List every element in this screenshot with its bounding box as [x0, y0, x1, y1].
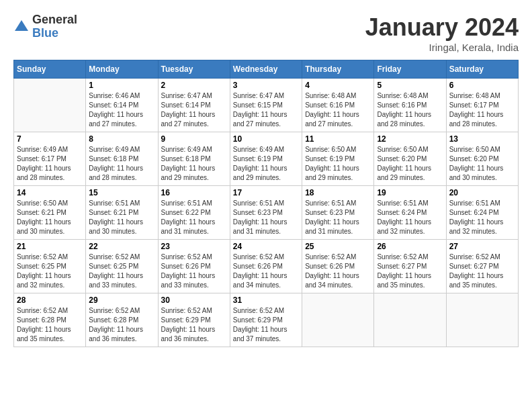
day-info: Sunrise: 6:51 AMSunset: 6:21 PMDaylight:…: [89, 199, 154, 236]
day-info: Sunrise: 6:47 AMSunset: 6:14 PMDaylight:…: [161, 91, 227, 129]
calendar-cell: 12Sunrise: 6:50 AMSunset: 6:20 PMDayligh…: [374, 132, 446, 186]
calendar-week-row: 21Sunrise: 6:52 AMSunset: 6:25 PMDayligh…: [14, 240, 519, 293]
day-info: Sunrise: 6:48 AMSunset: 6:16 PMDaylight:…: [305, 91, 371, 129]
calendar-cell: 3Sunrise: 6:47 AMSunset: 6:15 PMDaylight…: [230, 79, 302, 132]
calendar-cell: 15Sunrise: 6:51 AMSunset: 6:21 PMDayligh…: [86, 186, 158, 240]
calendar-cell: [374, 293, 446, 347]
day-number: 13: [449, 134, 515, 144]
calendar-cell: 27Sunrise: 6:52 AMSunset: 6:27 PMDayligh…: [446, 240, 518, 293]
day-number: 16: [161, 188, 227, 197]
day-info: Sunrise: 6:52 AMSunset: 6:25 PMDaylight:…: [17, 253, 83, 290]
day-info: Sunrise: 6:52 AMSunset: 6:29 PMDaylight:…: [233, 306, 299, 344]
calendar-cell: 8Sunrise: 6:49 AMSunset: 6:18 PMDaylight…: [86, 132, 158, 186]
day-number: 29: [89, 295, 154, 305]
day-number: 5: [377, 81, 443, 90]
logo-icon: [13, 19, 30, 35]
day-number: 6: [449, 81, 515, 90]
day-info: Sunrise: 6:46 AMSunset: 6:14 PMDaylight:…: [89, 91, 154, 129]
calendar-cell: 24Sunrise: 6:52 AMSunset: 6:26 PMDayligh…: [230, 240, 302, 293]
day-info: Sunrise: 6:50 AMSunset: 6:19 PMDaylight:…: [305, 145, 371, 183]
calendar-cell: 26Sunrise: 6:52 AMSunset: 6:27 PMDayligh…: [374, 240, 446, 293]
calendar-cell: 30Sunrise: 6:52 AMSunset: 6:29 PMDayligh…: [158, 293, 230, 347]
calendar-cell: [446, 293, 518, 347]
day-number: 12: [377, 134, 443, 144]
calendar-cell: 17Sunrise: 6:51 AMSunset: 6:23 PMDayligh…: [230, 186, 302, 240]
day-info: Sunrise: 6:49 AMSunset: 6:19 PMDaylight:…: [233, 145, 299, 183]
calendar-week-row: 1Sunrise: 6:46 AMSunset: 6:14 PMDaylight…: [14, 79, 519, 132]
calendar-cell: 31Sunrise: 6:52 AMSunset: 6:29 PMDayligh…: [230, 293, 302, 347]
day-number: 31: [233, 295, 299, 305]
location-subtitle: Iringal, Kerala, India: [365, 42, 519, 53]
day-number: 15: [89, 188, 154, 197]
day-info: Sunrise: 6:52 AMSunset: 6:25 PMDaylight:…: [89, 253, 154, 290]
calendar-cell: 13Sunrise: 6:50 AMSunset: 6:20 PMDayligh…: [446, 132, 518, 186]
calendar-cell: 4Sunrise: 6:48 AMSunset: 6:16 PMDaylight…: [302, 79, 374, 132]
calendar-cell: 19Sunrise: 6:51 AMSunset: 6:24 PMDayligh…: [374, 186, 446, 240]
day-number: 3: [233, 81, 299, 90]
calendar-cell: 23Sunrise: 6:52 AMSunset: 6:26 PMDayligh…: [158, 240, 230, 293]
day-number: 9: [161, 134, 227, 144]
weekday-header: Monday: [86, 60, 158, 79]
day-number: 10: [233, 134, 299, 144]
day-info: Sunrise: 6:48 AMSunset: 6:17 PMDaylight:…: [449, 91, 515, 129]
day-number: 21: [17, 242, 83, 251]
calendar-table: SundayMondayTuesdayWednesdayThursdayFrid…: [13, 60, 519, 347]
logo: General Blue: [13, 13, 77, 40]
day-info: Sunrise: 6:47 AMSunset: 6:15 PMDaylight:…: [233, 91, 299, 129]
calendar-cell: 22Sunrise: 6:52 AMSunset: 6:25 PMDayligh…: [86, 240, 158, 293]
calendar-cell: 18Sunrise: 6:51 AMSunset: 6:23 PMDayligh…: [302, 186, 374, 240]
day-number: 26: [377, 242, 443, 251]
day-number: 7: [17, 134, 83, 144]
weekday-header: Thursday: [302, 60, 374, 79]
logo-blue: Blue: [32, 27, 77, 40]
calendar-cell: 20Sunrise: 6:51 AMSunset: 6:24 PMDayligh…: [446, 186, 518, 240]
weekday-header: Saturday: [446, 60, 518, 79]
calendar-cell: 7Sunrise: 6:49 AMSunset: 6:17 PMDaylight…: [14, 132, 86, 186]
day-number: 25: [305, 242, 371, 251]
header-row: SundayMondayTuesdayWednesdayThursdayFrid…: [14, 60, 519, 79]
title-block: January 2024 Iringal, Kerala, India: [365, 13, 519, 53]
calendar-cell: 28Sunrise: 6:52 AMSunset: 6:28 PMDayligh…: [14, 293, 86, 347]
day-number: 4: [305, 81, 371, 90]
day-number: 14: [17, 188, 83, 197]
calendar-cell: 5Sunrise: 6:48 AMSunset: 6:16 PMDaylight…: [374, 79, 446, 132]
day-info: Sunrise: 6:51 AMSunset: 6:23 PMDaylight:…: [305, 199, 371, 236]
day-info: Sunrise: 6:51 AMSunset: 6:24 PMDaylight:…: [377, 199, 443, 236]
day-number: 8: [89, 134, 154, 144]
calendar-week-row: 7Sunrise: 6:49 AMSunset: 6:17 PMDaylight…: [14, 132, 519, 186]
day-info: Sunrise: 6:52 AMSunset: 6:28 PMDaylight:…: [89, 306, 154, 344]
day-info: Sunrise: 6:52 AMSunset: 6:28 PMDaylight:…: [17, 306, 83, 344]
day-info: Sunrise: 6:52 AMSunset: 6:29 PMDaylight:…: [161, 306, 227, 344]
calendar-week-row: 28Sunrise: 6:52 AMSunset: 6:28 PMDayligh…: [14, 293, 519, 347]
day-info: Sunrise: 6:51 AMSunset: 6:24 PMDaylight:…: [449, 199, 515, 236]
day-number: 28: [17, 295, 83, 305]
logo-text: General Blue: [32, 13, 77, 40]
calendar-cell: 16Sunrise: 6:51 AMSunset: 6:22 PMDayligh…: [158, 186, 230, 240]
day-info: Sunrise: 6:50 AMSunset: 6:21 PMDaylight:…: [17, 199, 83, 236]
weekday-header: Sunday: [14, 60, 86, 79]
day-number: 20: [449, 188, 515, 197]
calendar-cell: 9Sunrise: 6:49 AMSunset: 6:18 PMDaylight…: [158, 132, 230, 186]
day-info: Sunrise: 6:52 AMSunset: 6:27 PMDaylight:…: [449, 253, 515, 290]
day-number: 11: [305, 134, 371, 144]
day-info: Sunrise: 6:49 AMSunset: 6:17 PMDaylight:…: [17, 145, 83, 183]
day-info: Sunrise: 6:51 AMSunset: 6:23 PMDaylight:…: [233, 199, 299, 236]
day-number: 2: [161, 81, 227, 90]
weekday-header: Wednesday: [230, 60, 302, 79]
day-number: 30: [161, 295, 227, 305]
calendar-week-row: 14Sunrise: 6:50 AMSunset: 6:21 PMDayligh…: [14, 186, 519, 240]
calendar-cell: 21Sunrise: 6:52 AMSunset: 6:25 PMDayligh…: [14, 240, 86, 293]
day-info: Sunrise: 6:52 AMSunset: 6:26 PMDaylight:…: [161, 253, 227, 290]
day-number: 27: [449, 242, 515, 251]
day-number: 22: [89, 242, 154, 251]
calendar-cell: 11Sunrise: 6:50 AMSunset: 6:19 PMDayligh…: [302, 132, 374, 186]
day-info: Sunrise: 6:50 AMSunset: 6:20 PMDaylight:…: [377, 145, 443, 183]
calendar-cell: [302, 293, 374, 347]
day-number: 24: [233, 242, 299, 251]
day-info: Sunrise: 6:50 AMSunset: 6:20 PMDaylight:…: [449, 145, 515, 183]
day-number: 23: [161, 242, 227, 251]
day-number: 17: [233, 188, 299, 197]
day-number: 19: [377, 188, 443, 197]
day-info: Sunrise: 6:52 AMSunset: 6:26 PMDaylight:…: [305, 253, 371, 290]
day-info: Sunrise: 6:48 AMSunset: 6:16 PMDaylight:…: [377, 91, 443, 129]
